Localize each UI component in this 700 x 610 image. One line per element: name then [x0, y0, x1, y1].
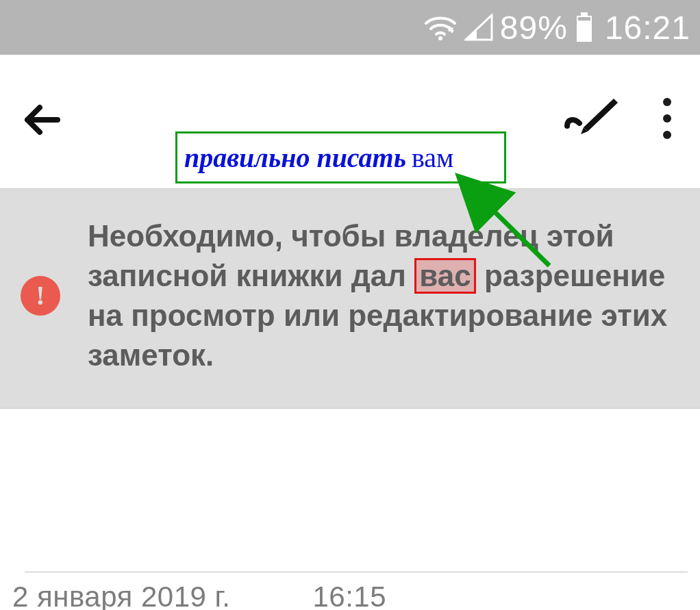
edit-button[interactable] — [563, 94, 616, 136]
app-toolbar: правильно писать вам — [0, 55, 700, 189]
battery-icon — [575, 12, 594, 42]
warning-text: Необходимо, чтобы владелец этой записной… — [88, 216, 679, 375]
permission-warning-banner: ! Необходимо, чтобы владелец этой записн… — [0, 189, 700, 409]
note-time: 16:15 — [312, 581, 386, 610]
annotation-correct-word: вам — [412, 142, 453, 174]
note-timestamp: 2 января 2019 г.16:15 — [12, 581, 700, 610]
annotation-prefix: правильно писать — [184, 142, 406, 174]
svg-marker-6 — [584, 99, 618, 131]
note-date: 2 января 2019 г. — [12, 581, 230, 610]
warning-icon: ! — [21, 276, 60, 316]
svg-rect-3 — [581, 12, 588, 16]
warning-error-word: вас — [414, 258, 475, 294]
wifi-icon — [423, 14, 458, 41]
correction-annotation-box: правильно писать вам — [175, 131, 506, 183]
note-divider — [25, 572, 688, 572]
note-content-area: 2 января 2019 г.16:15 — [0, 409, 700, 610]
status-bar: 89% 16:21 — [0, 0, 700, 55]
svg-rect-5 — [578, 17, 590, 21]
clock: 16:21 — [605, 9, 690, 47]
svg-point-0 — [438, 36, 442, 40]
signal-icon — [464, 14, 493, 41]
battery-percent: 89% — [500, 9, 568, 47]
more-button[interactable] — [653, 94, 681, 142]
back-button[interactable] — [19, 96, 67, 144]
